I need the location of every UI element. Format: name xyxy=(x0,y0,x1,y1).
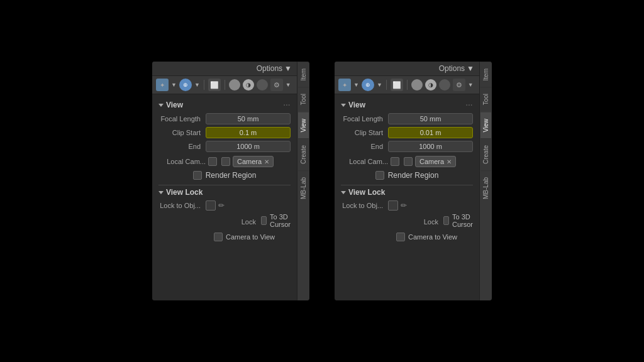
tab-view[interactable]: View xyxy=(480,112,491,139)
focal-length-label: Focal Length xyxy=(158,115,206,123)
tab-create[interactable]: Create xyxy=(298,138,309,170)
options-button[interactable]: Options ▼ xyxy=(439,64,474,73)
view-lock-label: View Lock xyxy=(348,188,385,197)
local-cam-row: Local Cam... Camera ✕ xyxy=(341,156,473,167)
globe-icon[interactable]: ⊕ xyxy=(179,79,192,91)
clip-start-label: Clip Start xyxy=(341,129,388,136)
to-3d-cursor-label: To 3D Cursor xyxy=(452,213,476,228)
globe-dropdown[interactable]: ▼ xyxy=(377,82,382,88)
extra-icon[interactable]: ⚙ xyxy=(270,79,283,91)
camera-to-view-row: Camera to View xyxy=(341,233,473,243)
view-label: View xyxy=(348,101,365,109)
local-cam-label: Local Cam... xyxy=(158,158,206,165)
viewport-icon[interactable]: ⬜ xyxy=(208,79,221,91)
view-section-header[interactable]: View ··· xyxy=(341,101,473,109)
view-options-dots[interactable]: ··· xyxy=(284,102,291,109)
camera-to-view-checkbox[interactable] xyxy=(396,233,405,241)
tab-view[interactable]: View xyxy=(298,112,309,139)
toolbar-dropdown[interactable]: ▼ xyxy=(286,82,291,88)
camera-to-view-checkbox[interactable] xyxy=(214,233,223,241)
chevron-down-icon: ▼ xyxy=(467,64,474,73)
options-button[interactable]: Options ▼ xyxy=(257,64,292,73)
overlay-icon[interactable] xyxy=(229,79,240,90)
camera-tag-close[interactable]: ✕ xyxy=(264,158,269,165)
view-label: View xyxy=(166,101,183,109)
to-3d-cursor-checkbox[interactable] xyxy=(261,216,267,225)
focal-length-label: Focal Length xyxy=(341,115,388,123)
end-row: End 1000 m xyxy=(158,141,291,152)
arrow-dropdown[interactable]: ▼ xyxy=(353,82,359,88)
end-value[interactable]: 1000 m xyxy=(388,141,473,152)
shading-icon[interactable] xyxy=(257,79,268,90)
toolbar: ✦ ▼ ⊕ ▼ ⬜ ◑ ⚙ ▼ xyxy=(335,76,479,94)
shading-icon[interactable] xyxy=(439,79,450,90)
view-lock-collapse-icon xyxy=(341,191,346,194)
end-value[interactable]: 1000 m xyxy=(206,141,291,152)
tab-mblab[interactable]: MB-Lab xyxy=(298,170,309,206)
toolbar-dropdown[interactable]: ▼ xyxy=(468,82,474,88)
render-region-row: Render Region xyxy=(341,171,473,180)
pencil-icon[interactable]: ✏ xyxy=(401,201,407,210)
to-3d-cursor-row: Lock To 3D Cursor xyxy=(158,213,291,230)
view-section-header[interactable]: View ··· xyxy=(158,101,291,109)
lock-to-obj-row: Lock to Obj... ✏ xyxy=(158,200,291,211)
view-collapse-icon xyxy=(341,104,346,107)
local-cam-label: Local Cam... xyxy=(341,158,388,165)
pencil-icon[interactable]: ✏ xyxy=(218,201,225,210)
globe-icon[interactable]: ⊕ xyxy=(362,79,374,91)
tab-create[interactable]: Create xyxy=(480,138,491,170)
extra-icon[interactable]: ⚙ xyxy=(453,79,465,91)
view-lock-collapse-icon xyxy=(158,191,164,194)
panel-right: Options ▼ ✦ ▼ ⊕ ▼ ⬜ ◑ ⚙ ▼ View ··· Focal… xyxy=(335,62,492,300)
camera-tag: Camera ✕ xyxy=(233,156,274,167)
tab-tool[interactable]: Tool xyxy=(480,87,491,111)
lock-label: Lock xyxy=(396,218,443,226)
local-cam-checkbox2[interactable] xyxy=(221,157,230,166)
arrow-dropdown[interactable]: ▼ xyxy=(171,82,177,88)
tab-item[interactable]: Item xyxy=(298,62,309,87)
lock-to-obj-label: Lock to Obj... xyxy=(341,202,388,209)
overlay2-icon[interactable]: ◑ xyxy=(425,79,436,90)
render-region-checkbox[interactable] xyxy=(193,171,202,180)
render-region-checkbox[interactable] xyxy=(375,171,384,180)
view-options-dots[interactable]: ··· xyxy=(466,102,473,109)
view-lock-header[interactable]: View Lock xyxy=(341,188,473,197)
side-tabs: ItemToolViewCreateMB-Lab xyxy=(297,62,309,300)
overlay-icon[interactable] xyxy=(411,79,423,90)
globe-dropdown[interactable]: ▼ xyxy=(194,82,200,88)
camera-tag-close[interactable]: ✕ xyxy=(447,158,452,165)
end-row: End 1000 m xyxy=(341,141,473,152)
view-lock-header[interactable]: View Lock xyxy=(158,188,291,197)
clip-start-value[interactable]: 0.01 m xyxy=(388,127,473,138)
render-region-label: Render Region xyxy=(206,171,257,180)
camera-tag-label: Camera xyxy=(237,158,262,165)
focal-length-value[interactable]: 50 mm xyxy=(388,113,473,124)
overlay2-icon[interactable]: ◑ xyxy=(243,79,254,90)
lock-to-obj-field[interactable] xyxy=(206,200,216,211)
camera-to-view-label: Camera to View xyxy=(408,233,457,241)
arrow-icon[interactable]: ✦ xyxy=(338,79,351,91)
local-cam-checkbox2[interactable] xyxy=(404,157,413,166)
camera-tag-label: Camera xyxy=(419,158,444,165)
lock-label: Lock xyxy=(214,218,261,226)
viewport-icon[interactable]: ⬜ xyxy=(391,79,403,91)
render-region-label: Render Region xyxy=(388,171,439,180)
to-3d-cursor-checkbox[interactable] xyxy=(443,216,449,225)
end-label: End xyxy=(341,143,388,150)
clip-start-value[interactable]: 0.1 m xyxy=(206,127,291,138)
lock-to-obj-row: Lock to Obj... ✏ xyxy=(341,200,473,211)
local-cam-checkbox[interactable] xyxy=(208,157,217,166)
lock-to-obj-field[interactable] xyxy=(388,200,398,211)
end-label: End xyxy=(158,143,206,150)
tab-mblab[interactable]: MB-Lab xyxy=(480,170,491,206)
local-cam-checkbox[interactable] xyxy=(391,157,399,166)
view-collapse-icon xyxy=(158,104,164,107)
tab-item[interactable]: Item xyxy=(480,62,491,87)
arrow-icon[interactable]: ✦ xyxy=(156,79,169,91)
to-3d-cursor-row: Lock To 3D Cursor xyxy=(341,213,473,230)
focal-length-value[interactable]: 50 mm xyxy=(206,113,291,124)
camera-to-view-label: Camera to View xyxy=(226,233,275,241)
clip-start-row: Clip Start 0.1 m xyxy=(158,127,291,138)
tab-tool[interactable]: Tool xyxy=(298,87,309,111)
view-lock-label: View Lock xyxy=(166,188,203,197)
